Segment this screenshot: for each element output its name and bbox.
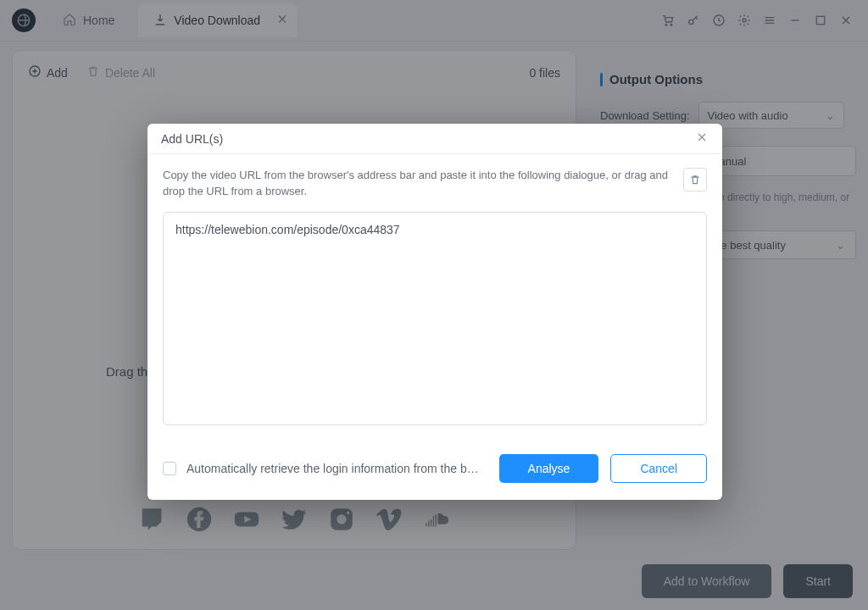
clear-urls-button[interactable] <box>683 168 707 191</box>
cancel-button[interactable]: Cancel <box>610 454 707 483</box>
modal-close-button[interactable] <box>695 130 709 147</box>
add-url-modal: Add URL(s) Copy the video URL from the b… <box>147 124 722 500</box>
auto-login-checkbox[interactable] <box>163 462 176 475</box>
analyse-button[interactable]: Analyse <box>499 454 599 483</box>
url-input[interactable] <box>163 212 707 425</box>
modal-description: Copy the video URL from the browser's ad… <box>163 168 671 200</box>
modal-title: Add URL(s) <box>161 132 223 146</box>
auto-login-label: Automatically retrieve the login informa… <box>186 462 489 475</box>
